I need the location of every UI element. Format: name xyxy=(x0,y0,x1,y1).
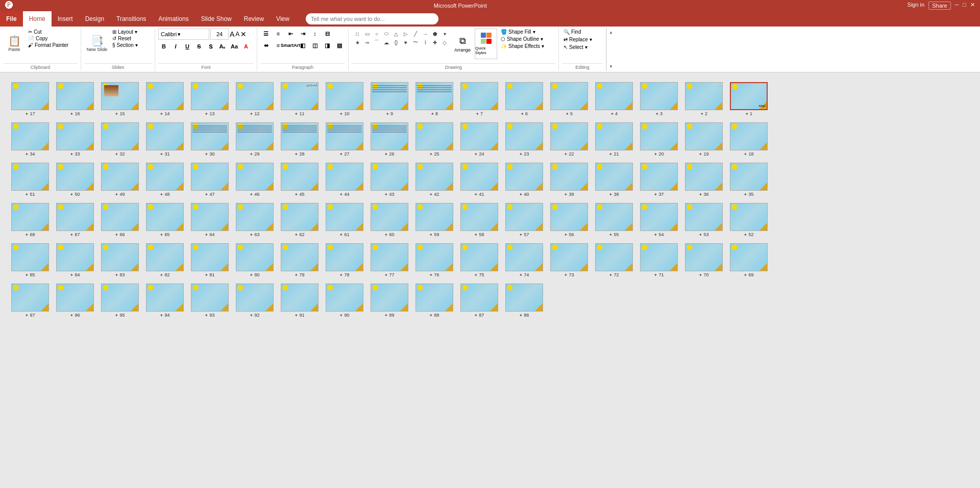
slide-item-87[interactable]: ✦87 xyxy=(457,281,502,320)
slide-item-14[interactable]: ✦14 xyxy=(142,80,187,118)
align-center-btn[interactable]: ◫ xyxy=(309,40,321,50)
slide-item-65[interactable]: ✦65 xyxy=(142,201,187,239)
columns-button[interactable]: ⊟ xyxy=(322,29,333,39)
font-size-input[interactable] xyxy=(210,29,229,40)
strikethrough-button[interactable]: S xyxy=(193,41,205,52)
shapes-expand[interactable]: ▾ xyxy=(440,30,449,38)
slide-item-28[interactable]: ✦28 xyxy=(277,120,322,159)
slide-item-47[interactable]: ✦47 xyxy=(187,161,232,199)
slide-item-53[interactable]: ✦53 xyxy=(681,201,726,239)
slide-item-58[interactable]: ✦58 xyxy=(457,201,502,239)
slide-item-57[interactable]: ✦57 xyxy=(502,201,547,239)
slide-item-1[interactable]: توجه✦1 xyxy=(726,80,771,118)
slide-item-77[interactable]: ✦77 xyxy=(367,241,412,279)
copy-button[interactable]: 📄 Copy xyxy=(27,35,78,42)
font-size-down[interactable]: A xyxy=(235,31,239,38)
slide-item-72[interactable]: ✦72 xyxy=(592,241,636,279)
bullets-button[interactable]: ☰ xyxy=(260,29,272,39)
slide-item-56[interactable]: ✦56 xyxy=(547,201,592,239)
slide-item-24[interactable]: ✦24 xyxy=(457,120,502,159)
slide-item-16[interactable]: ✦16 xyxy=(53,80,97,118)
slide-item-73[interactable]: ✦73 xyxy=(547,241,592,279)
line-spacing-button[interactable]: ↕ xyxy=(309,29,321,39)
menu-review[interactable]: Review xyxy=(238,11,270,27)
slide-item-4[interactable]: ✦4 xyxy=(592,80,636,118)
slide-item-96[interactable]: ✦96 xyxy=(53,281,97,320)
slide-item-50[interactable]: ✦50 xyxy=(53,161,97,199)
slide-item-44[interactable]: ✦44 xyxy=(322,161,367,199)
shape-rtri[interactable]: ▷ xyxy=(401,30,410,38)
font-selector[interactable]: Calibri ▾ xyxy=(158,29,209,40)
align-left-btn[interactable]: ◧ xyxy=(297,40,308,50)
slide-item-12[interactable]: ✦12 xyxy=(232,80,277,118)
shape-more[interactable]: ⬟ xyxy=(430,30,439,38)
slide-item-67[interactable]: ✦67 xyxy=(53,201,97,239)
slide-item-25[interactable]: ✦25 xyxy=(412,120,457,159)
quick-styles-button[interactable]: Quick Styles xyxy=(475,29,497,59)
shape-oval[interactable]: ⬭ xyxy=(382,30,391,38)
menu-transitions[interactable]: Transitions xyxy=(110,11,152,27)
shape-star[interactable]: ★ xyxy=(353,38,362,46)
shape-extra[interactable]: ◇ xyxy=(440,38,449,46)
slide-item-40[interactable]: ✦40 xyxy=(502,161,547,199)
shape-outline-button[interactable]: ⬡ Shape Outline ▾ xyxy=(499,36,555,42)
shape-curve[interactable]: ⌒ xyxy=(372,38,381,46)
ribbon-scroll-down[interactable]: ▼ xyxy=(607,63,615,70)
shape-arrow2[interactable]: ⇒ xyxy=(362,38,372,46)
select-button[interactable]: ↖ Select ▾ xyxy=(562,44,603,50)
find-button[interactable]: 🔍 Find xyxy=(562,29,603,35)
slide-item-97[interactable]: ✦97 xyxy=(8,281,53,320)
layout-button[interactable]: ⊞ Layout ▾ xyxy=(111,29,152,35)
clear-format-btn[interactable]: ✕ xyxy=(240,30,247,38)
slide-panel[interactable]: توجه✦1...✦2✦3✦4✦5✦6✦7✦8✦9✦10گياه كامل✦11… xyxy=(0,72,980,488)
slide-item-9[interactable]: ✦9 xyxy=(367,80,412,118)
slide-item-91[interactable]: ✦91 xyxy=(277,281,322,320)
cut-button[interactable]: ✂ Cut xyxy=(27,29,78,35)
section-button[interactable]: § Section ▾ xyxy=(111,42,152,48)
slide-item-71[interactable]: ✦71 xyxy=(636,241,681,279)
slide-item-52[interactable]: ✦52 xyxy=(726,201,771,239)
maximize-button[interactable]: □ xyxy=(963,2,966,10)
slide-item-95[interactable]: ✦95 xyxy=(97,281,142,320)
slide-item-75[interactable]: ✦75 xyxy=(457,241,502,279)
increase-indent-button[interactable]: ⇥ xyxy=(297,29,308,39)
slide-item-26[interactable]: ✦26 xyxy=(367,120,412,159)
slide-item-11[interactable]: گياه كامل✦11 xyxy=(277,80,322,118)
slide-item-7[interactable]: ✦7 xyxy=(457,80,502,118)
font-color-btn[interactable]: A xyxy=(240,41,252,52)
shape-line[interactable]: ╱ xyxy=(411,30,420,38)
slide-item-37[interactable]: ✦37 xyxy=(636,161,681,199)
slide-item-13[interactable]: ✦13 xyxy=(187,80,232,118)
slide-item-66[interactable]: ✦66 xyxy=(97,201,142,239)
menu-home[interactable]: Home xyxy=(23,11,52,27)
slide-item-63[interactable]: ✦63 xyxy=(232,201,277,239)
shape-cross[interactable]: ✚ xyxy=(430,38,439,46)
slide-item-5[interactable]: ✦5 xyxy=(547,80,592,118)
slide-item-42[interactable]: ✦42 xyxy=(412,161,457,199)
align-right-btn[interactable]: ◨ xyxy=(322,40,333,50)
replace-button[interactable]: ⇄ Replace ▾ xyxy=(562,36,603,43)
slide-item-30[interactable]: ✦30 xyxy=(187,120,232,159)
font-size-up[interactable]: A xyxy=(230,30,234,38)
slide-item-61[interactable]: ✦61 xyxy=(322,201,367,239)
slide-item-29[interactable]: ✦29 xyxy=(232,120,277,159)
shape-wave[interactable]: 〜 xyxy=(411,38,420,46)
shape-brace[interactable]: ⌇ xyxy=(421,38,430,46)
slide-item-70[interactable]: ✦70 xyxy=(681,241,726,279)
underline-button[interactable]: U xyxy=(182,41,193,52)
slide-item-41[interactable]: ✦41 xyxy=(457,161,502,199)
signin-button[interactable]: Sign in xyxy=(908,2,925,10)
slide-item-45[interactable]: ✦45 xyxy=(277,161,322,199)
slide-item-92[interactable]: ✦92 xyxy=(232,281,277,320)
convert-smartart-btn[interactable]: SmartArt xyxy=(285,40,296,50)
slide-item-94[interactable]: ✦94 xyxy=(142,281,187,320)
shape-rect[interactable]: □ xyxy=(353,30,362,38)
slide-item-81[interactable]: ✦81 xyxy=(187,241,232,279)
shape-tri[interactable]: △ xyxy=(391,30,401,38)
italic-button[interactable]: I xyxy=(170,41,181,52)
search-input[interactable] xyxy=(306,13,438,24)
numbering-button[interactable]: ≡ xyxy=(273,29,284,39)
slide-item-78[interactable]: ✦78 xyxy=(322,241,367,279)
text-direction-btn[interactable]: ⬌ xyxy=(260,40,272,50)
slide-item-69[interactable]: ✦69 xyxy=(726,241,771,279)
